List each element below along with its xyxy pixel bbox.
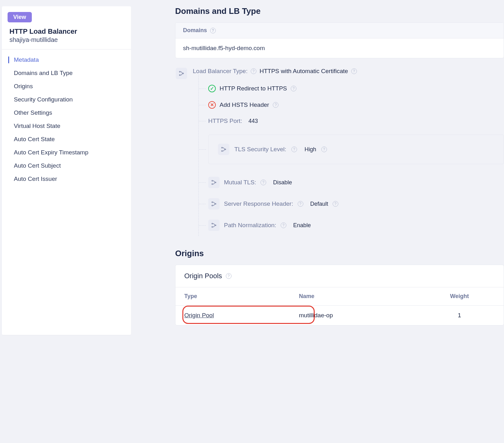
- nav-item-autocertsubject[interactable]: Auto Cert Subject: [8, 159, 131, 172]
- origin-pool-name: mutillidae-op: [290, 306, 415, 325]
- svg-point-13: [212, 227, 213, 227]
- col-type: Type: [175, 287, 290, 306]
- domains-label: Domains: [183, 27, 207, 34]
- mtls-row: Mutual TLS: ? Disable: [208, 172, 504, 193]
- mtls-label: Mutual TLS:: [224, 179, 256, 186]
- help-icon[interactable]: ?: [333, 201, 338, 207]
- nav-item-autocertexpiry[interactable]: Auto Cert Expiry Timestamp: [8, 146, 131, 159]
- https-port-label: HTTPS Port:: [208, 118, 242, 124]
- origin-pool-weight: 1: [415, 306, 504, 325]
- help-icon[interactable]: ?: [321, 147, 327, 152]
- nav-item-autocertstate[interactable]: Auto Cert State: [8, 133, 131, 146]
- help-icon[interactable]: ?: [351, 68, 357, 74]
- srh-row: Server Response Header: ? Default ?: [208, 193, 504, 215]
- branch-icon: [208, 198, 220, 210]
- path-value: Enable: [293, 222, 311, 229]
- section-title-domains: Domains and LB Type: [175, 6, 504, 16]
- svg-point-10: [212, 205, 213, 206]
- nav-item-other[interactable]: Other Settings: [8, 106, 131, 119]
- nav-item-metadata[interactable]: Metadata: [8, 53, 131, 66]
- panel-title: HTTP Load Balancer: [9, 27, 131, 36]
- table-row: Origin Pool mutillidae-op 1: [175, 306, 504, 325]
- lb-type-label: Load Balancer Type:: [193, 68, 248, 75]
- nav-item-autocertissuer[interactable]: Auto Cert Issuer: [8, 172, 131, 186]
- svg-point-9: [212, 202, 213, 203]
- tls-label: TLS Security Level:: [234, 146, 286, 153]
- help-icon[interactable]: ?: [226, 273, 232, 279]
- domains-card: Domains ? sh-mutillidae.f5-hyd-demo.com: [175, 22, 504, 58]
- panel-subtitle: shajiya-mutillidae: [9, 36, 131, 43]
- svg-point-8: [215, 182, 216, 183]
- x-circle-icon: ✕: [208, 101, 216, 109]
- origin-pools-label: Origin Pools: [184, 272, 222, 280]
- origin-pool-link[interactable]: Origin Pool: [184, 312, 214, 319]
- svg-point-2: [183, 73, 184, 74]
- https-port-value: 443: [249, 118, 258, 124]
- help-icon[interactable]: ?: [273, 102, 278, 108]
- http-redirect-label: HTTP Redirect to HTTPS: [220, 85, 287, 92]
- help-icon[interactable]: ?: [291, 147, 297, 152]
- srh-label: Server Response Header:: [224, 200, 293, 207]
- mtls-value: Disable: [273, 179, 292, 186]
- svg-point-3: [221, 147, 222, 148]
- sidebar: View HTTP Load Balancer shajiya-mutillid…: [2, 6, 131, 335]
- origin-pools-table: Type Name Weight Origin Pool mutillidae-…: [175, 287, 504, 325]
- origin-pools-header: Origin Pools ?: [175, 265, 504, 287]
- lb-type-value: HTTPS with Automatic Certificate: [260, 68, 348, 75]
- help-icon[interactable]: ?: [291, 86, 296, 91]
- check-circle-icon: ✓: [208, 85, 216, 92]
- lb-type-row: Load Balancer Type: ? HTTPS with Automat…: [175, 68, 504, 236]
- svg-point-1: [179, 75, 180, 76]
- https-port-row: HTTPS Port: 443: [208, 113, 504, 129]
- divider: [2, 49, 131, 49]
- section-title-origins: Origins: [175, 249, 504, 258]
- nav-list: Metadata Domains and LB Type Origins Sec…: [2, 53, 131, 186]
- nav-item-domains[interactable]: Domains and LB Type: [8, 66, 131, 80]
- nav-item-vhstate[interactable]: Virtual Host State: [8, 119, 131, 133]
- help-icon[interactable]: ?: [281, 222, 286, 228]
- path-row: Path Normalization: ? Enable: [208, 215, 504, 236]
- domains-card-header: Domains ?: [175, 23, 504, 38]
- col-weight: Weight: [415, 287, 504, 306]
- tls-card: TLS Security Level: ? High ?: [208, 135, 504, 164]
- nav-item-origins[interactable]: Origins: [8, 80, 131, 93]
- branch-icon: [176, 68, 187, 79]
- svg-point-7: [212, 184, 213, 185]
- http-redirect-row: ✓ HTTP Redirect to HTTPS ?: [208, 80, 504, 97]
- branch-icon: [208, 220, 220, 231]
- svg-point-5: [225, 149, 226, 150]
- srh-value: Default: [310, 201, 328, 207]
- origin-pools-card: Origin Pools ? Type Name Weight Origin P…: [175, 265, 504, 325]
- svg-point-12: [212, 223, 213, 224]
- svg-point-14: [215, 225, 216, 226]
- svg-point-4: [221, 151, 222, 152]
- svg-point-11: [215, 204, 216, 204]
- branch-icon: [218, 144, 229, 155]
- tls-value: High: [305, 146, 316, 153]
- main: Domains and LB Type Domains ? sh-mutilli…: [175, 6, 504, 335]
- help-icon[interactable]: ?: [251, 68, 256, 74]
- hsts-row: ✕ Add HSTS Header ?: [208, 97, 504, 113]
- domains-value: sh-mutillidae.f5-hyd-demo.com: [175, 38, 504, 58]
- view-badge: View: [8, 12, 32, 22]
- hsts-label: Add HSTS Header: [220, 101, 269, 108]
- path-label: Path Normalization:: [224, 222, 276, 229]
- col-name: Name: [290, 287, 415, 306]
- help-icon[interactable]: ?: [298, 201, 303, 207]
- nav-item-security[interactable]: Security Configuration: [8, 93, 131, 106]
- svg-point-6: [212, 180, 213, 181]
- branch-icon: [208, 177, 220, 188]
- help-icon[interactable]: ?: [261, 180, 266, 185]
- svg-point-0: [179, 71, 180, 72]
- help-icon[interactable]: ?: [210, 28, 216, 33]
